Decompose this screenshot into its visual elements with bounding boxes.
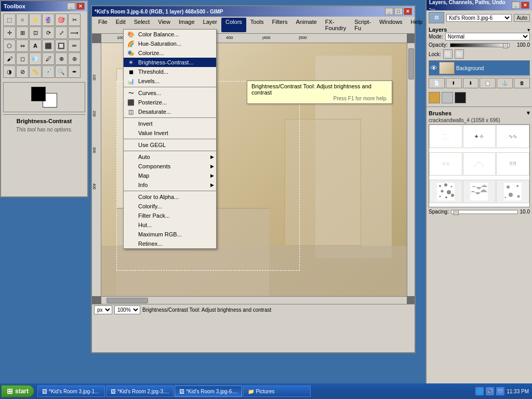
menu-invert[interactable]: Invert (124, 119, 216, 128)
tool-colorpicker[interactable]: 💉 (42, 65, 55, 78)
color-boxes[interactable] (31, 87, 57, 108)
opacity-slider-thumb[interactable] (503, 43, 508, 48)
tray-security-icon[interactable]: 🛡 (496, 387, 504, 395)
taskbar-item-1[interactable]: 🖼 *Kid's Room 3.jpg-1... (37, 385, 105, 397)
tool-free-select[interactable]: ⚡ (29, 14, 42, 26)
menu-curves[interactable]: 〜 Curves... (124, 88, 216, 98)
menu-maximum-rgb[interactable]: Maximum RGB... (124, 230, 216, 239)
menu-color-to-alpha[interactable]: Color to Alpha... (124, 192, 216, 202)
delete-layer-btn[interactable]: 🗑 (514, 78, 530, 88)
tool-airbrush[interactable]: 💨 (29, 52, 42, 65)
tool-shear[interactable]: ⟿ (68, 26, 81, 39)
layers-close-btn[interactable]: ✕ (521, 2, 529, 9)
menu-colorify[interactable]: Colorify... (124, 202, 216, 211)
menu-posterize[interactable]: ⬛ Posterize... (124, 98, 216, 107)
tool-clone[interactable]: ⊕ (55, 52, 68, 65)
menu-colors[interactable]: Colors (221, 18, 246, 32)
menu-retinex[interactable]: Retinex... (124, 239, 216, 248)
swatch-black[interactable] (455, 92, 466, 103)
menu-filter-pack[interactable]: Filter Pack... (124, 211, 216, 220)
tool-dodge[interactable]: ◑ (3, 65, 16, 78)
tray-sound-icon[interactable]: 🔊 (486, 387, 494, 395)
menu-filters[interactable]: Filters (268, 18, 292, 32)
opacity-slider[interactable] (450, 43, 510, 47)
tool-rotate[interactable]: ⟳ (42, 26, 55, 39)
brush-item-1[interactable]: · · ·· · · (429, 125, 462, 148)
tool-move[interactable]: ✛ (3, 26, 16, 39)
raise-layer-btn[interactable]: ⬆ (446, 78, 462, 88)
lock-alpha-btn[interactable]: ⬜ (455, 49, 464, 59)
tool-ellipse-select[interactable]: ○ (16, 14, 29, 26)
menu-script-fu[interactable]: Script-Fu (350, 18, 375, 32)
menu-help[interactable]: Help (407, 18, 427, 32)
scroll-horizontal[interactable] (101, 296, 407, 304)
tool-paintbrush[interactable]: 🖌 (3, 52, 16, 65)
spacing-slider[interactable] (451, 210, 518, 214)
menu-hue-saturation[interactable]: 🌈 Hue-Saturation... (124, 39, 216, 48)
menu-colorize[interactable]: 🎭 Colorize... (124, 48, 216, 58)
tool-align[interactable]: ⊞ (16, 26, 29, 39)
zoom-select[interactable]: 100%50%200% (114, 305, 140, 314)
tool-bucket[interactable]: ⬛ (42, 39, 55, 52)
anchor-layer-btn[interactable]: ⚓ (497, 78, 513, 88)
brush-item-4[interactable]: ⁘⁙ (429, 152, 462, 176)
brush-item-6[interactable]: ⠿⠿ (496, 152, 529, 176)
toolbox-minimize-btn[interactable]: _ (67, 3, 75, 10)
taskbar-item-2[interactable]: 🖼 *Kid's Room 2.jpg-3.... (106, 385, 174, 397)
menu-brightness-contrast[interactable]: ☀ Brightness-Contrast... (124, 58, 216, 67)
lock-pixels-btn[interactable]: ⬜ (443, 49, 453, 59)
layer-mode-select[interactable]: Normal (445, 33, 530, 41)
tool-perspective[interactable]: ⬡ (3, 39, 16, 52)
menu-desaturate[interactable]: ◫ Desaturate... (124, 107, 216, 116)
tool-zoom[interactable]: 🔍 (55, 65, 68, 78)
tool-smudge[interactable]: ⊘ (16, 65, 29, 78)
brush-item-7[interactable] (429, 180, 462, 203)
brush-item-8[interactable] (463, 180, 496, 203)
tool-paths[interactable]: ✒ (68, 65, 81, 78)
tool-by-color[interactable]: 🎯 (55, 14, 68, 26)
tool-eraser[interactable]: ◻ (16, 52, 29, 65)
layers-minimize-btn[interactable]: _ (512, 2, 520, 9)
menu-animate[interactable]: Animate (291, 18, 321, 32)
tool-scissors[interactable]: ✂ (68, 14, 81, 26)
tool-fuzzy-select[interactable]: 🔮 (42, 14, 55, 26)
menu-hut[interactable]: Hut... (124, 220, 216, 230)
brush-item-2[interactable]: ✦✧ (463, 125, 496, 148)
menu-map[interactable]: Map (124, 171, 216, 180)
duplicate-layer-btn[interactable]: 📋 (480, 78, 496, 88)
tool-ink[interactable]: 🖊 (42, 52, 55, 65)
tool-heal[interactable]: ⊛ (68, 52, 81, 65)
brushes-collapse-btn[interactable]: ▾ (527, 110, 530, 116)
menu-windows[interactable]: Windows (375, 18, 407, 32)
taskbar-item-4[interactable]: 📁 Pictures (243, 385, 311, 397)
menu-info[interactable]: Info (124, 180, 216, 190)
scrollbar-v-thumb[interactable] (408, 48, 414, 79)
tool-scale[interactable]: ⤢ (55, 26, 68, 39)
menu-file[interactable]: File (94, 18, 112, 32)
menu-levels[interactable]: 📊 Levels... (124, 76, 216, 86)
tray-network-icon[interactable]: 🌐 (475, 387, 484, 395)
auto-button[interactable]: Auto (514, 14, 530, 22)
tool-blend[interactable]: 🔲 (55, 39, 68, 52)
gimp-maximize-btn[interactable]: □ (394, 8, 403, 15)
brush-item-3[interactable]: ∿∿ (496, 125, 529, 148)
new-layer-btn[interactable]: 📄 (429, 78, 445, 88)
foreground-color[interactable] (31, 87, 46, 101)
swatch-gray[interactable] (442, 92, 453, 103)
taskbar-item-3[interactable]: 🖼 *Kid's Room 3.jpg-6.... (175, 385, 242, 397)
scroll-vertical[interactable] (407, 43, 415, 296)
tool-measure[interactable]: 📏 (29, 65, 42, 78)
tool-pencil[interactable]: ✏ (68, 39, 81, 52)
brush-item-5[interactable]: ⋰⋱ (463, 152, 496, 176)
lower-layer-btn[interactable]: ⬇ (463, 78, 479, 88)
scrollbar-h-thumb[interactable] (107, 298, 148, 303)
gimp-minimize-btn[interactable]: _ (385, 8, 393, 15)
menu-value-invert[interactable]: Value Invert (124, 128, 216, 138)
brush-item-9[interactable] (496, 180, 529, 203)
menu-use-gegl[interactable]: Use GEGL (124, 140, 216, 150)
toolbox-close-btn[interactable]: ✕ (76, 3, 85, 10)
menu-auto[interactable]: Auto (124, 152, 216, 162)
image-selector[interactable]: Kid's Room 3.jpg-6 (446, 14, 512, 22)
tool-crop[interactable]: ⊡ (29, 26, 42, 39)
menu-color-balance[interactable]: 🎨 Color Balance... (124, 30, 216, 39)
